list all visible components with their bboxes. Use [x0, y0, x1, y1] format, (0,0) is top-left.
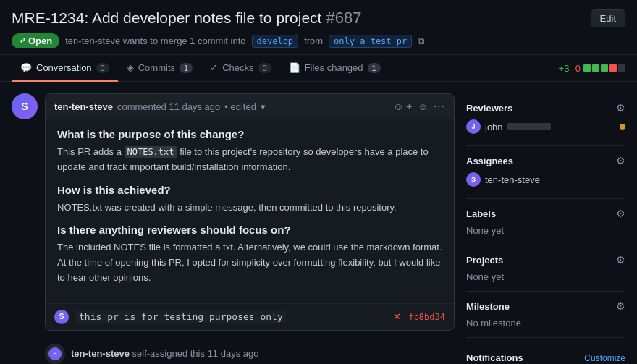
checks-count: 0: [258, 63, 271, 73]
section-body-2: NOTES.txt was created with a simple mess…: [57, 200, 442, 216]
comment-author-name[interactable]: ten-ten-steve: [54, 101, 113, 112]
commits-count: 1: [180, 63, 193, 73]
reviewers-title: Reviewers: [466, 103, 512, 114]
assignee-name[interactable]: ten-ten-steve: [485, 174, 540, 185]
tab-commits[interactable]: ◈ Commits 1: [118, 55, 201, 82]
base-branch[interactable]: develop: [252, 35, 299, 48]
assignees-section: Assignees ⚙ S ten-ten-steve: [466, 146, 625, 199]
tab-files-changed[interactable]: 📄 Files changed 1: [280, 55, 389, 82]
merge-icon: ⤶: [19, 36, 25, 46]
diff-stats: +3 -0: [559, 63, 625, 74]
notifications-title: Notifications: [466, 352, 523, 363]
event-row: S ten-ten-steve self-assigned this 11 da…: [45, 339, 455, 364]
diff-bar-2: [592, 64, 599, 72]
commit-text: this pr is for testing purposes only: [76, 311, 386, 322]
event-text: ten-ten-steve self-assigned this 11 days…: [71, 348, 258, 359]
from-text: from: [304, 35, 323, 46]
head-branch[interactable]: only_a_test_pr: [329, 35, 412, 48]
projects-title: Projects: [466, 255, 503, 266]
section-body-1: This PR adds a NOTES.txt file to this pr…: [57, 145, 442, 175]
commit-hash[interactable]: fb8bd34: [408, 312, 445, 322]
section-heading-3: Is there anything reviewers should focus…: [57, 224, 442, 236]
edit-button[interactable]: Edit: [591, 9, 625, 27]
assignees-header: Assignees ⚙: [466, 155, 625, 166]
smile-icon[interactable]: ☺: [418, 101, 427, 112]
page-header: MRE-1234: Add developer notes file to pr…: [0, 0, 637, 55]
left-panel: S ten-ten-steve commented 11 days ago • …: [12, 93, 455, 364]
pr-title-main: MRE-1234: Add developer notes file to pr…: [12, 9, 321, 26]
diff-additions: +3: [559, 63, 570, 74]
reviewers-gear-icon[interactable]: ⚙: [616, 102, 625, 114]
copy-icon[interactable]: ⧉: [418, 35, 424, 47]
conversation-count: 0: [96, 63, 109, 73]
notes-code: NOTES.txt: [125, 146, 177, 158]
tabs-bar: 💬 Conversation 0 ◈ Commits 1 ✓ Checks 0 …: [0, 55, 637, 82]
assignees-title: Assignees: [466, 156, 513, 166]
diff-removals: -0: [572, 63, 581, 74]
pr-title-row: MRE-1234: Add developer notes file to pr…: [12, 9, 625, 27]
tab-conversation[interactable]: 💬 Conversation 0: [12, 55, 118, 82]
section-heading-1: What is the purpose of this change?: [57, 128, 442, 140]
comment-meta-left: ten-ten-steve commented 11 days ago • ed…: [54, 101, 266, 112]
diff-bar-5: [618, 64, 625, 72]
commits-icon: ◈: [127, 62, 134, 73]
milestone-content: No milestone: [466, 318, 625, 329]
reviewer-name[interactable]: john: [485, 122, 503, 132]
tab-checks[interactable]: ✓ Checks 0: [201, 55, 279, 82]
comment-container: ten-ten-steve commented 11 days ago • ed…: [45, 93, 455, 364]
reviewers-header: Reviewers ⚙: [466, 102, 625, 114]
projects-gear-icon[interactable]: ⚙: [616, 254, 625, 266]
commit-message: this pr is for testing purposes only: [76, 310, 286, 323]
pr-title-text: MRE-1234: Add developer notes file to pr…: [12, 9, 362, 27]
notifications-section: Notifications Customize 🔔 Unsubscribe: [466, 338, 625, 364]
diff-bar-1: [583, 64, 591, 72]
section-body-3: The included NOTES file is formatted a t…: [57, 240, 442, 285]
milestone-gear-icon[interactable]: ⚙: [616, 300, 625, 312]
reviewer-avatar: J: [466, 119, 481, 134]
notifications-header: Notifications Customize: [466, 347, 625, 364]
projects-header: Projects ⚙: [466, 254, 625, 266]
assignee-avatar: S: [466, 172, 481, 187]
event-icon: S: [45, 344, 65, 364]
milestone-header: Milestone ⚙: [466, 300, 625, 312]
pr-meta: ⤶ Open ten-ten-steve wants to merge 1 co…: [12, 33, 625, 48]
event-user[interactable]: ten-ten-steve: [71, 348, 130, 359]
files-count: 1: [368, 63, 381, 73]
diff-bar-3: [601, 64, 608, 72]
labels-header: Labels ⚙: [466, 208, 625, 219]
comment-wrapper: S ten-ten-steve commented 11 days ago • …: [12, 93, 455, 364]
comment-meta-right: ☺ + ☺ ···: [393, 100, 445, 113]
labels-section: Labels ⚙ None yet: [466, 199, 625, 245]
right-panel: Reviewers ⚙ J john Assignees ⚙: [466, 93, 625, 364]
reviewer-status-dot: [620, 124, 625, 130]
pr-meta-author: ten-ten-steve wants to merge 1 commit in…: [65, 35, 245, 46]
event-avatar: S: [48, 347, 62, 360]
comment-author-avatar: S: [12, 93, 38, 119]
conversation-icon: 💬: [20, 62, 32, 73]
comment-body: What is the purpose of this change? This…: [46, 119, 454, 303]
edited-chevron-icon[interactable]: ▾: [261, 101, 266, 112]
more-options-button[interactable]: ···: [434, 100, 445, 113]
customize-link[interactable]: Customize: [584, 353, 625, 363]
section-heading-2: How is this achieved?: [57, 184, 442, 196]
reviewer-name-blurred: [507, 123, 551, 130]
diff-bar-4: [609, 64, 617, 72]
comment-box: ten-ten-steve commented 11 days ago • ed…: [45, 93, 455, 331]
assignees-gear-icon[interactable]: ⚙: [616, 155, 625, 166]
files-icon: 📄: [289, 62, 300, 73]
projects-section: Projects ⚙ None yet: [466, 245, 625, 292]
emoji-reaction-button[interactable]: ☺ +: [393, 101, 412, 112]
x-icon: ✕: [393, 311, 401, 322]
assignees-content: S ten-ten-steve: [466, 172, 625, 187]
assignee-row: S ten-ten-steve: [466, 172, 625, 187]
main-content: S ten-ten-steve commented 11 days ago • …: [0, 82, 637, 364]
labels-gear-icon[interactable]: ⚙: [616, 208, 625, 219]
projects-content: None yet: [466, 271, 625, 282]
milestone-section: Milestone ⚙ No milestone: [466, 292, 625, 338]
comment-header: ten-ten-steve commented 11 days ago • ed…: [46, 94, 454, 119]
labels-title: Labels: [466, 208, 496, 219]
edited-tag[interactable]: • edited: [224, 101, 256, 112]
commit-author-avatar: S: [54, 310, 69, 324]
reviewers-content: J john: [466, 119, 625, 134]
commit-row: S this pr is for testing purposes only ✕…: [46, 303, 454, 330]
